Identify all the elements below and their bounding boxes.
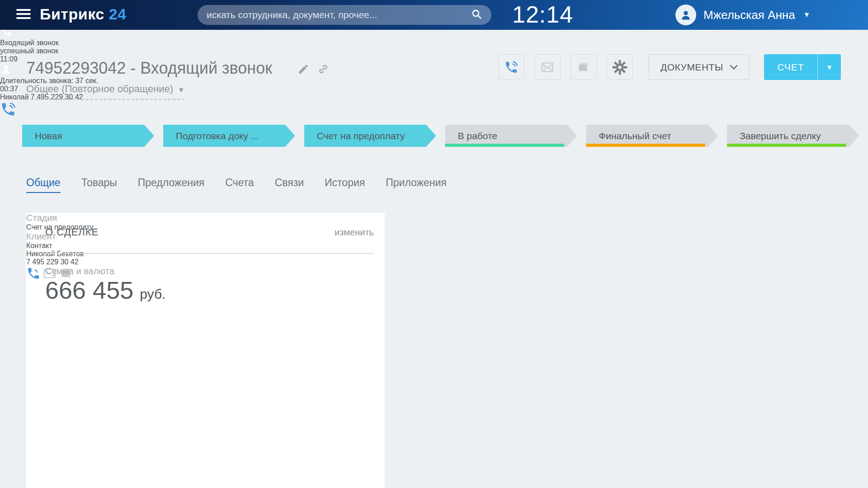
amount-label: Сумма и валюта — [45, 266, 114, 277]
call-title: Входящий звонок — [0, 39, 868, 47]
amount-value: 666 455 — [45, 276, 133, 304]
search-box[interactable] — [198, 5, 491, 25]
stage-docs-preparation[interactable]: Подготовка доку ... — [163, 125, 295, 147]
stage-label: Подготовка доку ... — [176, 131, 259, 141]
logo-24: 24 — [109, 5, 127, 23]
contact-label: Контакт — [26, 242, 385, 250]
search-icon[interactable] — [471, 8, 482, 22]
tab-products[interactable]: Товары — [81, 177, 117, 193]
avatar — [675, 5, 696, 25]
bitrix24-deal-page: Битрикс24 12:14 Мжельская Анна ▼ 7495229… — [0, 0, 868, 488]
app-logo[interactable]: Битрикс24 — [40, 5, 126, 23]
tab-invoices[interactable]: Счета — [225, 177, 254, 193]
stage-close-deal[interactable]: Завершить сделку — [727, 125, 859, 147]
user-name: Мжельская Анна — [703, 8, 795, 22]
documents-button[interactable]: ДОКУМЕНТЫ — [649, 54, 750, 80]
edit-icon[interactable] — [297, 63, 309, 75]
deal-section-title: О СДЕЛКЕ — [45, 226, 99, 238]
deal-info-card: О СДЕЛКЕ изменить Сумма и валюта 666 455… — [26, 213, 385, 488]
menu-icon[interactable] — [16, 9, 31, 21]
deal-pipeline: Новая Подготовка доку ... Счет на предоп… — [22, 125, 859, 147]
tab-history[interactable]: История — [325, 177, 365, 193]
stage-label: Финальный счет — [599, 131, 671, 141]
edit-deal-link[interactable]: изменить — [335, 227, 374, 238]
stage-in-progress[interactable]: В работе — [445, 125, 577, 147]
stage-field-label: Стадия — [26, 213, 385, 223]
contact-name: Николай Бекетов — [26, 250, 385, 258]
stage-label: В работе — [458, 131, 497, 141]
chevron-down-icon: ▼ — [178, 86, 184, 94]
stage-prepayment-invoice[interactable]: Счет на предоплату — [304, 125, 436, 147]
user-menu[interactable]: Мжельская Анна ▼ — [675, 5, 810, 25]
amount-currency: руб. — [140, 286, 165, 302]
deal-category-label: Общее (Повторное обращение) — [26, 83, 173, 94]
deal-category-selector[interactable]: Общее (Повторное обращение)▼ — [26, 83, 184, 100]
stage-final-invoice[interactable]: Финальный счет — [586, 125, 718, 147]
stage-label: Завершить сделку — [740, 131, 821, 141]
documents-label: ДОКУМЕНТЫ — [660, 62, 723, 73]
tab-quotes[interactable]: Предложения — [138, 177, 204, 193]
callback-icon[interactable] — [0, 111, 16, 119]
topbar: Битрикс24 12:14 Мжельская Анна ▼ — [0, 0, 868, 30]
link-icon[interactable] — [317, 63, 329, 75]
stage-label: Счет на предоплату — [317, 131, 405, 141]
phone-icon[interactable] — [26, 274, 42, 282]
tab-relations[interactable]: Связи — [275, 177, 304, 193]
tab-apps[interactable]: Приложения — [386, 177, 447, 193]
chevron-down-icon: ▼ — [803, 11, 811, 19]
divider — [45, 253, 374, 254]
invoice-label: СЧЕТ — [764, 62, 817, 73]
page-title: 74952293042 - Входящий звонок — [26, 59, 272, 78]
chat-button[interactable] — [571, 54, 597, 80]
email-button[interactable] — [534, 54, 561, 80]
deal-tabs: Общие Товары Предложения Счета Связи Ист… — [26, 177, 447, 193]
clock[interactable]: 12:14 — [512, 1, 594, 28]
call-contact-link[interactable]: Николай — [0, 93, 28, 101]
stage-new[interactable]: Новая — [22, 125, 154, 147]
settings-button[interactable] — [607, 54, 633, 80]
call-button[interactable] — [498, 54, 524, 80]
invoice-dropdown-toggle[interactable]: ▼ — [817, 54, 841, 80]
tab-general[interactable]: Общие — [26, 177, 61, 193]
player-time: 00:37 — [0, 85, 18, 93]
stage-label: Новая — [35, 131, 62, 141]
search-input[interactable] — [207, 9, 471, 20]
invoice-button[interactable]: СЧЕТ ▼ — [764, 54, 841, 80]
logo-text: Битрикс — [40, 5, 104, 23]
chevron-down-icon — [730, 65, 738, 70]
contact-phone: 7 495 229 30 42 — [26, 258, 385, 266]
